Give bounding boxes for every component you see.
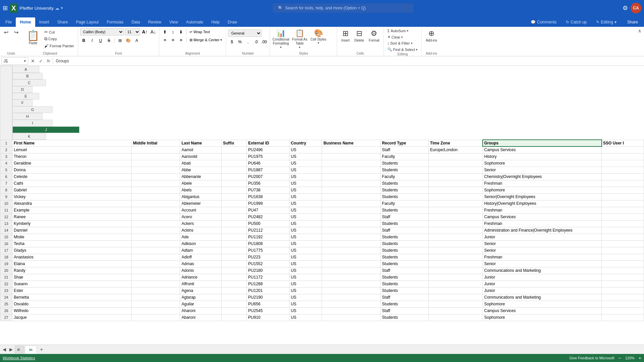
sheet-nav-right[interactable]: ▶ [8,347,14,352]
cell-r24c1[interactable] [131,294,180,301]
percent-button[interactable]: % [236,38,244,46]
cell-r14c3[interactable] [221,227,247,234]
cell-r27c8[interactable] [429,314,483,321]
cell-r7c6[interactable] [322,180,380,187]
cell-r15c9[interactable]: Junior [483,234,602,240]
cell-r3c8[interactable] [429,153,483,160]
cell-r18c9[interactable]: Freshman [483,254,602,260]
cell-r22c10[interactable] [602,281,644,287]
cell-r13c0[interactable]: Kymberly [12,220,131,227]
cell-r9c2[interactable]: Abigantus [180,193,222,200]
fill-color-button[interactable]: 🎨 [125,37,132,44]
tab-home[interactable]: Home [16,17,35,27]
cell-r16c1[interactable] [131,240,180,247]
cell-r24c0[interactable]: Bernetta [12,294,131,301]
cell-r10c9[interactable]: History|Overnight Employees [483,200,602,207]
col-header-C[interactable]: C [12,79,46,86]
cell-r18c10[interactable] [602,254,644,260]
cancel-formula-button[interactable]: ✕ [30,58,36,64]
tab-insert[interactable]: Insert [35,17,53,27]
cell-r14c2[interactable]: Ackins [180,227,222,234]
font-size-select[interactable]: 11 [125,28,140,36]
cell-r3c4[interactable]: PU1975 [247,153,289,160]
cell-r14c6[interactable] [322,227,380,234]
cell-r12c8[interactable] [429,214,483,220]
header-cell-0[interactable]: First Name [12,140,131,146]
cell-r7c10[interactable] [602,180,644,187]
cell-r27c9[interactable]: Sophomore [483,314,602,321]
cell-r4c7[interactable]: Students [380,160,428,167]
cell-r25c7[interactable]: Students [380,301,428,307]
cell-r9c4[interactable]: PU1638 [247,193,289,200]
cell-styles-button[interactable]: 🎨 Cell Styles ▾ [310,28,327,45]
cell-r23c9[interactable]: Junior [483,287,602,294]
align-center-button[interactable]: ≡ [169,36,177,44]
insert-function-button[interactable]: fx [46,59,51,63]
italic-button[interactable]: I [89,37,96,44]
cell-r19c3[interactable] [221,260,247,267]
cell-r27c10[interactable] [602,314,644,321]
cell-r15c4[interactable]: PU1192 [247,234,289,240]
cell-r5c8[interactable] [429,167,483,173]
cell-r20c0[interactable]: Randy [12,267,131,274]
row-number-3[interactable]: 3 [0,153,12,160]
cell-r2c3[interactable] [221,146,247,153]
strikethrough-button[interactable]: S [105,37,113,44]
cell-r3c7[interactable]: Faculty [380,153,428,160]
cell-r26c7[interactable]: Staff [380,307,428,314]
cell-r25c9[interactable]: Sophomore [483,301,602,307]
cell-r26c8[interactable] [429,307,483,314]
addins-button[interactable]: ⊕ Add-ins [424,28,439,43]
cell-r12c6[interactable] [322,214,380,220]
cell-r20c4[interactable]: PU2180 [247,267,289,274]
row-number-16[interactable]: 16 [0,240,12,247]
cell-r3c5[interactable]: US [289,153,322,160]
insert-button[interactable]: ⊞ Insert [339,28,352,43]
cell-r8c7[interactable]: Students [380,187,428,193]
header-cell-2[interactable]: Last Name [180,140,222,146]
search-box[interactable]: 🔍 Search for tools, help, and more (Opti… [273,3,414,13]
row-number-25[interactable]: 25 [0,301,12,307]
cell-r21c8[interactable] [429,274,483,281]
sheet-nav-left[interactable]: ◀ [1,347,7,352]
cell-r8c6[interactable] [322,187,380,193]
cell-r16c5[interactable]: US [289,240,322,247]
cell-r16c4[interactable]: PU1808 [247,240,289,247]
cell-r26c9[interactable]: Campus Services [483,307,602,314]
cell-r21c9[interactable]: Junior [483,274,602,281]
cell-r25c6[interactable] [322,301,380,307]
cell-r6c4[interactable]: PU2007 [247,173,289,180]
row-number-21[interactable]: 21 [0,274,12,281]
undo-button[interactable]: ↩ [1,28,11,37]
cell-r4c0[interactable]: Geraldine [12,160,131,167]
cell-r26c6[interactable] [322,307,380,314]
cell-r12c2[interactable]: Acero [180,214,222,220]
format-as-table-button[interactable]: 📋 Format As Table ▾ [291,28,308,50]
comments-button[interactable]: 💬 Comments [527,18,560,26]
cell-r19c1[interactable] [131,260,180,267]
cell-r22c3[interactable] [221,281,247,287]
cell-r10c4[interactable]: PU1999 [247,200,289,207]
cell-r5c9[interactable]: Senior [483,167,602,173]
cell-r7c2[interactable]: Abele [180,180,222,187]
cell-r23c3[interactable] [221,287,247,294]
cell-r27c1[interactable] [131,314,180,321]
header-cell-3[interactable]: Suffix [221,140,247,146]
cell-r8c3[interactable] [221,187,247,193]
row-number-23[interactable]: 23 [0,287,12,294]
font-color-button[interactable]: A [133,37,141,44]
cell-r24c3[interactable] [221,294,247,301]
cell-r5c3[interactable] [221,167,247,173]
cell-r20c7[interactable]: Staff [380,267,428,274]
cell-r15c2[interactable]: Ade [180,234,222,240]
cell-r24c5[interactable]: US [289,294,322,301]
tab-data[interactable]: Data [127,17,144,27]
cell-r7c0[interactable]: Cathi [12,180,131,187]
cell-r20c10[interactable] [602,267,644,274]
cell-r25c4[interactable]: PU656 [247,301,289,307]
cell-r21c4[interactable]: PU1172 [247,274,289,281]
row-number-12[interactable]: 12 [0,214,12,220]
cell-r9c10[interactable] [602,193,644,200]
cell-r11c3[interactable] [221,207,247,214]
cell-r3c6[interactable] [322,153,380,160]
